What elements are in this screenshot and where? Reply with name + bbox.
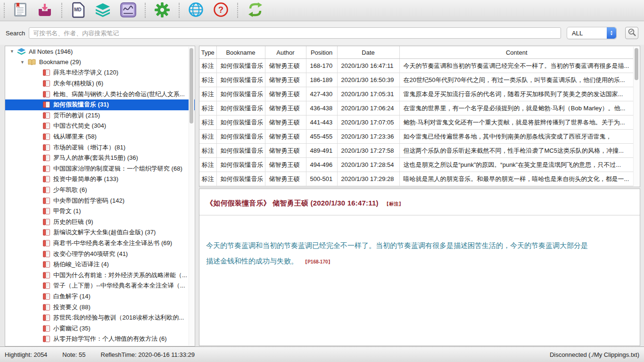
column-header-type[interactable]: Type: [199, 46, 216, 59]
book-item-label: 甲骨文 (1): [53, 207, 81, 215]
book-icon: [43, 197, 50, 204]
sidebar-book-item[interactable]: 管子（上下册）--中华经典名著全本全注全译（...: [5, 280, 195, 291]
note-row[interactable]: 标注如何假装懂音乐储智勇王硕186-1892020/1/30 16:50:39在…: [199, 73, 634, 87]
note-cell-position: 494-496: [306, 158, 337, 172]
book-item-label: 管子（上下册）--中华经典名著全本全注全译（...: [53, 281, 185, 290]
disclosure-triangle-icon[interactable]: ▼: [20, 60, 28, 65]
help-button[interactable]: ?: [212, 1, 230, 20]
chart-button[interactable]: [119, 1, 137, 20]
layers-button[interactable]: [94, 2, 112, 19]
sidebar-book-item[interactable]: 货币的教训 (215): [5, 110, 195, 121]
sidebar-book-item[interactable]: 市场的逻辑（增订本）(81): [5, 142, 195, 153]
note-cell-position: 500-501: [306, 172, 337, 186]
book-item-label: 货币的教训 (215): [53, 111, 100, 120]
column-header-bookname[interactable]: Bookname: [216, 46, 265, 59]
note-cell-content: 如今雷鬼已经传遍世界各地，其中传到南美的那条线演变成了西班牙语雷鬼，: [399, 130, 634, 144]
column-header-date[interactable]: Date: [337, 46, 399, 59]
note-cell-position: 436-438: [306, 101, 337, 115]
sidebar-book-item[interactable]: 白鱼解字 (14): [5, 291, 195, 302]
toolbar-separator: [61, 3, 62, 18]
table-scrollbar[interactable]: [633, 47, 639, 186]
disclosure-triangle-icon[interactable]: ▼: [10, 49, 17, 54]
note-cell-author: 储智勇王硕: [265, 172, 306, 186]
sidebar-book-item[interactable]: 中央帝国的哲学密码 (142): [5, 195, 195, 206]
open-book-icon: [28, 59, 36, 66]
note-row[interactable]: 标注如何假装懂音乐储智勇王硕455-4552020/1/30 17:23:36如…: [199, 130, 634, 144]
highlight-count: Hightlight: 2054: [5, 351, 47, 358]
sidebar-item-all-notes[interactable]: ▼ All Notes (1946): [5, 46, 195, 57]
note-cell-position: 441-443: [306, 115, 337, 130]
note-cell-type: 标注: [199, 59, 216, 73]
book-item-label: 罗马人的故事(套装共15册) (36): [53, 154, 138, 162]
settings-button[interactable]: [153, 1, 171, 20]
note-cell-content: 鲍勃·马利对雷鬼文化还有一个重大贡献，就是将脏辫传播到了世界各地。关于为...: [399, 115, 634, 130]
sidebar-book-item[interactable]: 中国为什么有前途：对外经济关系的战略潜能（...: [5, 270, 195, 280]
note-title-text: 《如何假装懂音乐》 储智勇王硕 (2020/1/30 16:47:11): [206, 199, 379, 207]
book-icon: [43, 69, 50, 76]
refresh-time: RefleshTime: 2020-06-16 11:33:29: [101, 351, 195, 358]
search-filter-dropdown[interactable]: ALL ▲▼: [567, 27, 617, 39]
note-row[interactable]: 标注如何假装懂音乐储智勇王硕427-4302020/1/30 17:05:31雷…: [199, 87, 634, 101]
sidebar-book-item[interactable]: 庆余年(精校版) (6): [5, 78, 195, 89]
note-body-text: 今天的节奏蓝调和当初的节奏蓝调已经完全不一样了。当初的节奏蓝调有很多是描述困苦生…: [206, 241, 588, 265]
note-row[interactable]: 标注如何假装懂音乐储智勇王硕500-5012020/1/30 17:29:28嘻…: [199, 172, 634, 186]
note-cell-bookname: 如何假装懂音乐: [216, 73, 265, 87]
sidebar-book-item[interactable]: 投资中最简单的事 (133): [5, 174, 195, 185]
sidebar-book-item[interactable]: 少年凯歌 (6): [5, 185, 195, 196]
sidebar-book-item[interactable]: 从零开始学写作：个人增值的有效方法 (6): [5, 334, 195, 345]
sidebar-item-bookname[interactable]: ▼ Bookname (29): [5, 57, 195, 68]
note-cell-bookname: 如何假装懂音乐: [216, 87, 265, 101]
sidebar-book-item[interactable]: 商君书-中华经典名著全本全注全译丛书 (69): [5, 238, 195, 249]
layers-icon: [95, 3, 111, 18]
toolbar-separator: [237, 3, 238, 18]
scrollbar-thumb[interactable]: [635, 48, 638, 80]
sidebar-book-item[interactable]: 苏世民:我的经验与教训（2018读桥水达利欧的...: [5, 313, 195, 323]
search-input[interactable]: [29, 27, 561, 39]
web-button[interactable]: [187, 1, 205, 20]
sidebar-book-item[interactable]: 薛兆丰经济学讲义 (120): [5, 67, 195, 78]
refresh-button[interactable]: [246, 1, 265, 19]
note-row[interactable]: 标注如何假装懂音乐储智勇王硕436-4382020/1/30 17:06:24在…: [199, 101, 634, 115]
book-icon: [43, 101, 50, 108]
note-cell-date: 2020/1/30 16:50:39: [337, 73, 399, 87]
column-header-author[interactable]: Author: [265, 46, 306, 59]
tree-item-label: All Notes (1946): [29, 48, 73, 55]
note-row[interactable]: 标注如何假装懂音乐储智勇王硕494-4962020/1/30 17:28:54这…: [199, 158, 634, 172]
sidebar-book-item[interactable]: 罗马人的故事(套装共15册) (36): [5, 153, 195, 164]
book-item-label: 改变心理学的40项研究 (41): [53, 250, 128, 258]
sidebar-book-item[interactable]: 改变心理学的40项研究 (41): [5, 248, 195, 259]
sidebar-book-item[interactable]: 中国古代简史 (304): [5, 121, 195, 132]
note-cell-type: 标注: [199, 87, 216, 101]
sidebar-scrollbar[interactable]: [189, 47, 194, 346]
book-item-label: 枪炮、病菌与钢铁:人类社会的命运(世纪人文系...: [53, 90, 185, 99]
sidebar-book-item[interactable]: 钱从哪里来 (58): [5, 132, 195, 142]
note-row[interactable]: 标注如何假装懂音乐储智勇王硕168-1702020/1/30 16:47:11今…: [199, 59, 634, 73]
note-cell-bookname: 如何假装懂音乐: [216, 172, 265, 186]
scrollbar-thumb[interactable]: [190, 48, 193, 123]
sidebar-book-item[interactable]: 小窗幽记 (35): [5, 323, 195, 334]
sidebar-book-item[interactable]: 甲骨文 (1): [5, 206, 195, 217]
note-detail-body: 今天的节奏蓝调和当初的节奏蓝调已经完全不一样了。当初的节奏蓝调有很多是描述困苦生…: [206, 238, 590, 270]
table-header-row: TypeBooknameAuthorPositionDateContent: [199, 46, 634, 59]
sidebar-book-item[interactable]: 中国国家治理的制度逻辑：一个组织学研究 (68): [5, 164, 195, 174]
sidebar-book-item[interactable]: 杨伯峻_论语译注 (4): [5, 259, 195, 270]
sidebar-book-item[interactable]: 新编说文解字大全集(超值白金版) (37): [5, 227, 195, 238]
note-row[interactable]: 标注如何假装懂音乐储智勇王硕489-4912020/1/30 17:27:58但…: [199, 144, 634, 158]
sidebar-book-item[interactable]: 历史的巨镜 (9): [5, 217, 195, 228]
search-button[interactable]: [625, 27, 638, 39]
note-cell-bookname: 如何假装懂音乐: [216, 115, 265, 130]
sidebar-book-item[interactable]: 枪炮、病菌与钢铁:人类社会的命运(世纪人文系...: [5, 89, 195, 99]
sidebar-book-item[interactable]: 投资要义 (88): [5, 302, 195, 313]
sidebar-tree: ▼ All Notes (1946) ▼ Bookname (29) 薛兆丰经济…: [5, 46, 195, 346]
status-bar: Hightlight: 2054 Note: 55 RefleshTime: 2…: [0, 346, 644, 362]
document-button[interactable]: [12, 1, 28, 20]
markdown-button[interactable]: MD: [70, 1, 86, 20]
book-icon: [43, 208, 50, 214]
book-icon: [43, 80, 50, 87]
note-row[interactable]: 标注如何假装懂音乐储智勇王硕441-4432020/1/30 17:07:05鲍…: [199, 115, 634, 130]
sidebar-book-item[interactable]: 如何假装懂音乐 (31): [5, 99, 195, 110]
column-header-content[interactable]: Content: [399, 46, 634, 59]
import-button[interactable]: [36, 2, 54, 19]
note-cell-bookname: 如何假装懂音乐: [216, 158, 265, 172]
column-header-position[interactable]: Position: [306, 46, 337, 59]
